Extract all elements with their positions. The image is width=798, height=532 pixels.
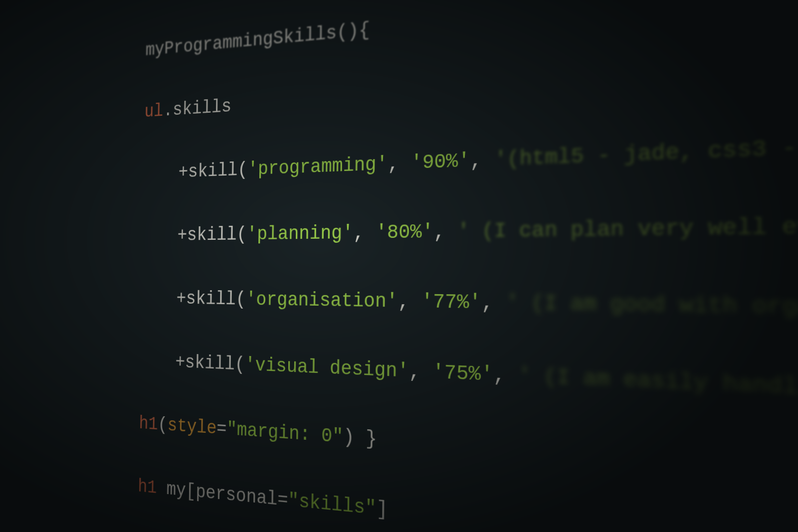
code-line-skill4: +skill('visual design', '75%', ' (I am e… <box>56 342 798 413</box>
skill-name: 'programming' <box>247 153 388 180</box>
txt-my: my <box>157 478 186 501</box>
skill-pct: '90%' <box>410 150 470 175</box>
skill-desc: '(html5 - jade, css3 - sass, scss, less)… <box>494 121 798 172</box>
skill-pct: '80%' <box>376 221 433 244</box>
tag-h1: h1 <box>138 476 157 499</box>
skill-desc: ' (I am good with organising project flo… <box>506 292 798 328</box>
skill-desc: ' (I am easily handling work with photos… <box>518 364 798 420</box>
val-margin: "margin: 0" <box>226 419 343 448</box>
tag-h1: h1 <box>139 413 158 435</box>
mixin: +skill <box>177 224 236 246</box>
class-skills: .skills <box>163 96 231 121</box>
code-line-skill3: +skill('organisation', '77%', ' (I am go… <box>57 282 798 330</box>
func-name: myProgrammingSkills <box>145 22 337 61</box>
attr-personal: personal <box>196 481 277 510</box>
attr-style: style <box>168 415 217 439</box>
val-skills: "skills" <box>288 490 377 520</box>
tag-ul: ul <box>144 101 163 122</box>
skill-name: 'visual design' <box>245 355 409 383</box>
mixin: +skill <box>178 160 237 182</box>
skill-pct: '75%' <box>432 361 493 387</box>
func-suffix: (){ <box>337 19 370 44</box>
mixin: +skill <box>176 288 236 310</box>
code-line-skill1: +skill('programming', '90%', '(html5 - j… <box>60 123 798 192</box>
skill-pct: '77%' <box>421 291 481 315</box>
skill-name: 'organisation' <box>246 289 398 313</box>
skill-desc: ' (I can plan very well every step in pr… <box>457 208 798 243</box>
mixin: +skill <box>175 352 235 375</box>
code-line-skill2: +skill('planning', '80%', ' (I can plan … <box>58 205 798 252</box>
code-editor[interactable]: myProgrammingSkills(){ ul.skills +skill(… <box>29 0 798 532</box>
skill-name: 'planning' <box>247 222 354 245</box>
